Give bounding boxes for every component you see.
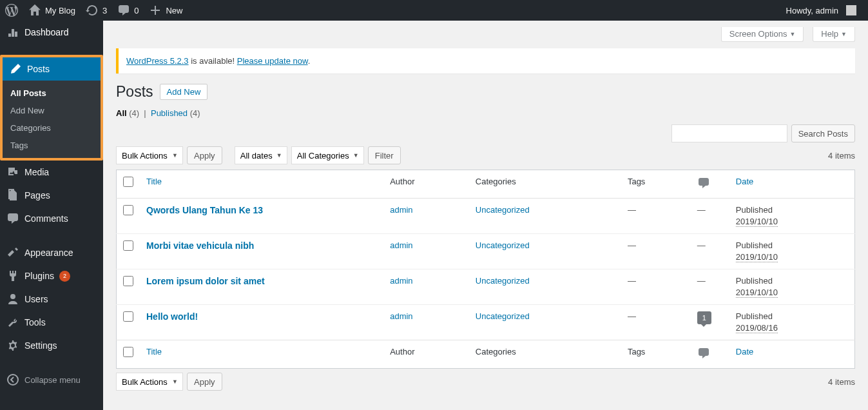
comments-column-icon [697,177,710,190]
row-tags: — [628,240,636,250]
dates-filter-select[interactable]: All dates [235,146,287,164]
menu-settings-label: Settings [24,340,57,351]
row-checkbox[interactable] [123,311,133,322]
col-title-header[interactable]: Title [146,177,162,186]
wp-logo[interactable] [0,0,23,21]
menu-comments[interactable]: Comments [0,207,103,230]
row-category-link[interactable]: Uncategorized [476,311,530,321]
filter-button[interactable]: Filter [368,146,401,164]
row-title-link[interactable]: Morbi vitae vehicula nibh [146,240,254,251]
menu-pages[interactable]: Pages [0,184,103,207]
menu-settings[interactable]: Settings [0,334,103,357]
home-icon [28,4,41,17]
menu-dashboard[interactable]: Dashboard [0,21,103,44]
apply-bulk-button-bottom[interactable]: Apply [187,373,222,391]
update-now-link[interactable]: Please update now [237,56,308,66]
posts-icon [9,63,22,75]
row-category-link[interactable]: Uncategorized [476,240,530,250]
media-icon [6,166,19,179]
menu-posts-label: Posts [27,64,50,74]
row-title-link[interactable]: Hello world! [146,311,198,322]
menu-appearance[interactable]: Appearance [0,241,103,264]
categories-filter-select[interactable]: All Categories [291,146,364,164]
submenu-tags[interactable]: Tags [3,137,101,154]
comments-menu-icon [6,212,19,225]
apply-bulk-button[interactable]: Apply [187,146,222,164]
row-tags: — [628,276,636,286]
updates-link[interactable]: 3 [81,0,112,21]
screen-options-button[interactable]: Screen Options [721,27,804,42]
row-author-link[interactable]: admin [390,240,412,250]
row-checkbox[interactable] [123,240,133,251]
search-input[interactable] [671,124,787,142]
menu-media[interactable]: Media [0,161,103,184]
col-date-footer[interactable]: Date [736,347,753,356]
row-comments-dash: — [697,276,706,286]
row-checkbox[interactable] [123,205,133,215]
col-date-header[interactable]: Date [736,177,753,186]
table-row: Lorem ipsum dolor sit ametadminUncategor… [117,269,855,305]
wp-version-link[interactable]: WordPress 5.2.3 [126,56,189,66]
plugins-update-count: 2 [59,271,70,282]
add-new-button[interactable]: Add New [160,84,208,100]
row-title-link[interactable]: Qwords Ulang Tahun Ke 13 [146,205,263,215]
col-tags-header: Tags [621,170,691,199]
appearance-icon [6,246,19,259]
new-content-link[interactable]: New [144,0,188,21]
filter-all-count: (4) [129,108,139,118]
filter-all-label[interactable]: All [116,108,127,118]
row-title-link[interactable]: Lorem ipsum dolor sit amet [146,276,265,286]
submenu-all-posts[interactable]: All Posts [3,84,101,102]
search-bar-row: Search Posts [116,124,855,142]
row-tags: — [628,205,636,215]
help-button[interactable]: Help [813,27,855,42]
menu-pages-label: Pages [24,190,50,200]
menu-users-label: Users [24,294,48,304]
menu-users[interactable]: Users [0,288,103,311]
row-status: Published [736,205,773,215]
collapse-icon [6,373,19,386]
posts-menu-highlight: Posts All Posts Add New Categories Tags [0,55,103,161]
comments-link[interactable]: 0 [112,0,144,21]
menu-plugins[interactable]: Plugins 2 [0,264,103,288]
items-count-top: 4 items [828,151,855,161]
submenu-categories[interactable]: Categories [3,119,101,137]
submenu-add-new[interactable]: Add New [3,102,101,119]
col-tags-footer: Tags [621,340,691,369]
menu-tools[interactable]: Tools [0,311,103,334]
row-author-link[interactable]: admin [390,311,412,321]
filter-published-count: (4) [190,108,200,118]
tools-icon [6,316,19,329]
col-categories-header: Categories [469,170,621,199]
table-row: Morbi vitae vehicula nibhadminUncategori… [117,234,855,269]
my-account[interactable]: Howdy, admin [781,0,862,21]
bulk-actions-select[interactable]: Bulk Actions [116,146,183,164]
plugins-icon [6,269,19,282]
row-author-link[interactable]: admin [390,205,412,215]
col-categories-footer: Categories [469,340,621,369]
search-posts-button[interactable]: Search Posts [791,124,855,142]
select-all-bottom[interactable] [123,347,133,357]
site-name-link[interactable]: My Blog [23,0,81,21]
filter-published-link[interactable]: Published [151,108,188,118]
admin-bar: My Blog 3 0 New Howdy, admin [0,0,868,21]
plus-icon [149,4,162,17]
bulk-actions-select-bottom[interactable]: Bulk Actions [116,373,183,391]
row-date: 2019/10/10 [736,217,778,227]
row-author-link[interactable]: admin [390,276,412,286]
select-all-top[interactable] [123,177,133,187]
menu-plugins-label: Plugins [24,271,54,281]
row-comments-count[interactable]: 1 [697,311,711,324]
row-checkbox[interactable] [123,276,133,286]
menu-posts[interactable]: Posts [3,57,101,81]
notice-period: . [308,56,311,66]
table-row: Qwords Ulang Tahun Ke 13adminUncategoriz… [117,199,855,234]
col-title-footer[interactable]: Title [146,347,162,356]
users-icon [6,293,19,306]
posts-table: Title Author Categories Tags Date Qwords… [116,170,855,369]
row-category-link[interactable]: Uncategorized [476,205,530,215]
collapse-menu[interactable]: Collapse menu [0,368,103,391]
howdy-text: Howdy, admin [786,6,838,15]
row-category-link[interactable]: Uncategorized [476,276,530,286]
table-row: Hello world!adminUncategorized—1Publishe… [117,305,855,340]
